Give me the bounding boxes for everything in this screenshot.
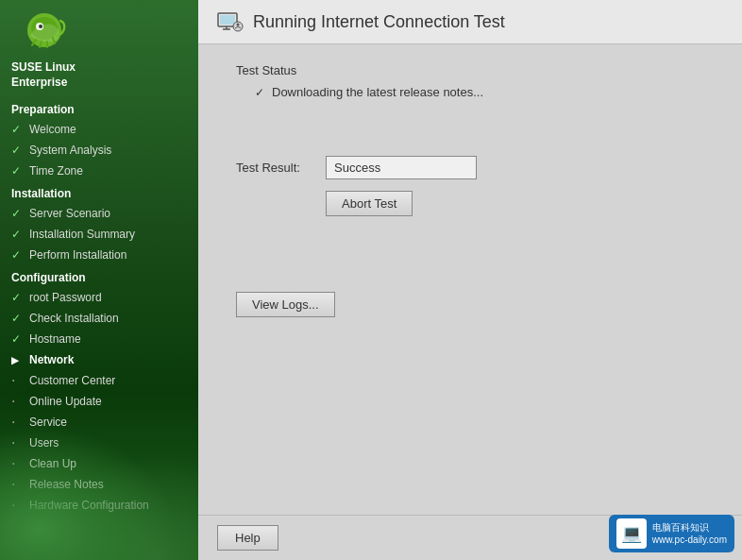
svg-point-3 <box>39 25 42 28</box>
content-header: Running Internet Connection Test <box>198 0 742 44</box>
section-header-preparation: Preparation <box>0 97 198 119</box>
check-icon: ✓ <box>11 289 25 306</box>
watermark-box: 💻 电脑百科知识 www.pc-daily.com <box>609 515 734 552</box>
check-icon: ✓ <box>11 121 25 138</box>
content-body: Test Status ✓ Downloading the latest rel… <box>198 44 742 515</box>
check-icon: ✓ <box>11 310 25 327</box>
view-logs-section: View Logs... <box>236 292 704 317</box>
test-result-label: Test Result: <box>236 161 312 175</box>
test-status-section: Test Status ✓ Downloading the latest rel… <box>236 63 704 99</box>
sidebar-item-time-zone[interactable]: ✓ Time Zone <box>0 161 198 181</box>
sidebar-item-label: Perform Installation <box>29 246 126 263</box>
check-icon: ✓ <box>11 162 25 179</box>
status-check-icon: ✓ <box>255 86 264 99</box>
sidebar-item-check-installation[interactable]: ✓ Check Installation <box>0 308 198 329</box>
test-status-text: Downloading the latest release notes... <box>272 85 483 99</box>
dot-icon: · <box>11 477 25 492</box>
suse-chameleon-logo <box>11 9 77 57</box>
sidebar-item-label: root Password <box>29 289 102 306</box>
check-icon: ✓ <box>11 331 25 348</box>
view-logs-button[interactable]: View Logs... <box>236 292 335 317</box>
section-header-installation: Installation <box>0 181 198 203</box>
abort-test-button[interactable]: Abort Test <box>326 191 413 216</box>
sidebar-item-label: Hardware Configuration <box>29 497 149 514</box>
arrow-icon: ▶ <box>11 353 25 367</box>
sidebar-item-system-analysis[interactable]: ✓ System Analysis <box>0 140 198 161</box>
check-icon: ✓ <box>11 246 25 263</box>
sidebar-item-clean-up[interactable]: · Clean Up <box>0 453 198 474</box>
dot-icon: · <box>11 394 25 409</box>
sidebar-item-label: Check Installation <box>29 310 119 327</box>
network-connection-icon <box>217 11 244 32</box>
test-result-input <box>326 156 477 179</box>
sidebar-item-root-password[interactable]: ✓ root Password <box>0 287 198 308</box>
sidebar-item-online-update[interactable]: · Online Update <box>0 391 198 412</box>
test-result-section: Test Result: <box>236 156 704 179</box>
sidebar-item-installation-summary[interactable]: ✓ Installation Summary <box>0 224 198 245</box>
test-status-item: ✓ Downloading the latest release notes..… <box>236 85 704 99</box>
check-icon: ✓ <box>11 205 25 222</box>
sidebar-item-label: Online Update <box>29 393 102 410</box>
sidebar: SUSE Linux Enterprise Preparation ✓ Welc… <box>0 0 198 560</box>
sidebar-item-perform-installation[interactable]: ✓ Perform Installation <box>0 245 198 265</box>
sidebar-item-hostname[interactable]: ✓ Hostname <box>0 329 198 349</box>
brand-name: SUSE Linux Enterprise <box>11 60 76 90</box>
sidebar-item-release-notes[interactable]: · Release Notes <box>0 474 198 495</box>
dot-icon: · <box>11 435 25 450</box>
page-title: Running Internet Connection Test <box>253 12 505 32</box>
check-icon: ✓ <box>11 226 25 243</box>
watermark-text-area: 电脑百科知识 www.pc-daily.com <box>652 521 727 546</box>
sidebar-item-network[interactable]: ▶ Network <box>0 349 198 370</box>
sidebar-item-label: Installation Summary <box>29 226 135 243</box>
sidebar-item-customer-center[interactable]: · Customer Center <box>0 370 198 391</box>
svg-rect-5 <box>220 15 235 25</box>
test-result-area: Test Result: Abort Test <box>236 146 704 216</box>
sidebar-item-welcome[interactable]: ✓ Welcome <box>0 119 198 140</box>
dot-icon: · <box>11 415 25 430</box>
sidebar-item-label: Users <box>29 434 59 451</box>
sidebar-item-service[interactable]: · Service <box>0 412 198 433</box>
sidebar-item-hardware-configuration[interactable]: · Hardware Configuration <box>0 495 198 516</box>
dot-icon: · <box>11 373 25 388</box>
sidebar-item-users[interactable]: · Users <box>0 433 198 453</box>
main-content-area: Running Internet Connection Test Test St… <box>198 0 742 560</box>
sidebar-item-label: Release Notes <box>29 476 104 493</box>
sidebar-item-label: Server Scenario <box>29 205 110 222</box>
sidebar-item-label: Service <box>29 414 67 431</box>
section-header-configuration: Configuration <box>0 265 198 287</box>
sidebar-item-label: Hostname <box>29 331 81 348</box>
dot-icon: · <box>11 498 25 513</box>
watermark-logo-icon: 💻 <box>616 518 647 549</box>
watermark: 💻 电脑百科知识 www.pc-daily.com <box>609 515 734 552</box>
sidebar-item-label: Customer Center <box>29 372 115 389</box>
watermark-line1: 电脑百科知识 <box>652 521 727 534</box>
check-icon: ✓ <box>11 142 25 159</box>
watermark-line2: www.pc-daily.com <box>652 534 727 546</box>
sidebar-item-label: Clean Up <box>29 455 76 472</box>
sidebar-item-label: Welcome <box>29 121 76 138</box>
svg-point-9 <box>237 24 240 26</box>
sidebar-item-label: Time Zone <box>29 162 83 179</box>
sidebar-item-server-scenario[interactable]: ✓ Server Scenario <box>0 203 198 224</box>
sidebar-item-label: System Analysis <box>29 142 111 159</box>
sidebar-logo-area: SUSE Linux Enterprise <box>0 0 198 97</box>
help-button[interactable]: Help <box>217 525 278 551</box>
test-status-label: Test Status <box>236 63 704 77</box>
dot-icon: · <box>11 456 25 471</box>
sidebar-item-label: Network <box>29 351 74 368</box>
